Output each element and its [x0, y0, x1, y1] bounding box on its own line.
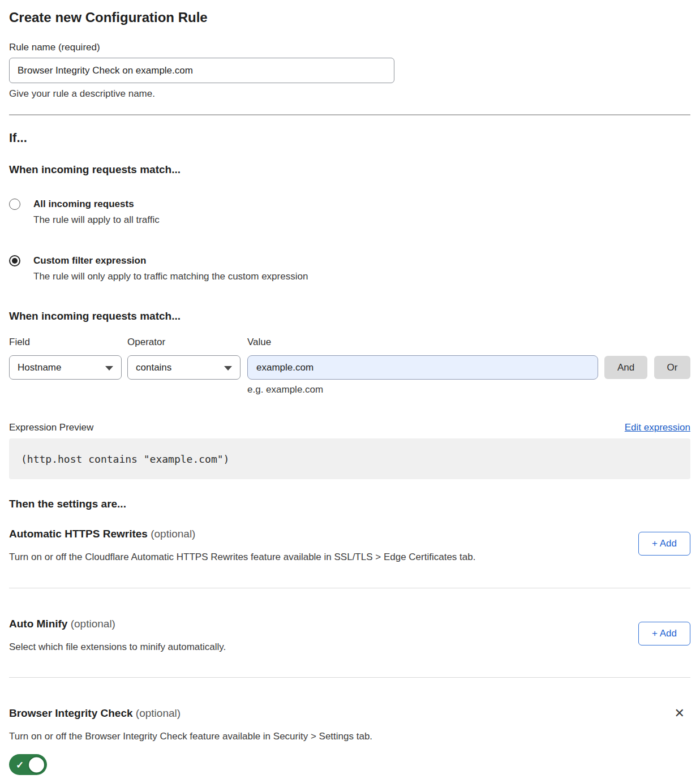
- setting-auto-minify: Auto Minify (optional) Select which file…: [9, 617, 690, 653]
- value-helper: e.g. example.com: [247, 384, 690, 396]
- setting-title: Auto Minify: [9, 618, 67, 630]
- radio-label: All incoming requests: [33, 198, 160, 210]
- radio-all-incoming-requests[interactable]: All incoming requests The rule will appl…: [9, 198, 690, 226]
- radio-description: The rule will only apply to traffic matc…: [33, 270, 308, 283]
- setting-divider: [9, 588, 690, 588]
- add-auto-minify-button[interactable]: + Add: [638, 622, 690, 645]
- expression-preview-box: (http.host contains "example.com"): [9, 438, 690, 479]
- edit-expression-link[interactable]: Edit expression: [625, 421, 690, 434]
- rule-name-helper: Give your rule a descriptive name.: [9, 88, 690, 100]
- setting-description: Turn on or off the Cloudflare Automatic …: [9, 551, 690, 563]
- field-label: Field: [9, 336, 127, 348]
- setting-heading: Browser Integrity Check (optional): [9, 707, 690, 720]
- radio-label: Custom filter expression: [33, 255, 308, 267]
- close-icon[interactable]: ✕: [675, 707, 685, 720]
- or-button[interactable]: Or: [654, 356, 690, 379]
- radio-icon[interactable]: [9, 199, 20, 210]
- setting-optional-tag: (optional): [136, 707, 181, 719]
- expression-preview-header: Expression Preview Edit expression: [9, 421, 690, 434]
- radio-icon[interactable]: [9, 255, 20, 266]
- expression-builder-heading: When incoming requests match...: [9, 309, 690, 323]
- create-configuration-rule-form: Create new Configuration Rule Rule name …: [0, 0, 700, 779]
- setting-automatic-https-rewrites: Automatic HTTPS Rewrites (optional) Turn…: [9, 527, 690, 563]
- expression-builder-row: Hostname contains And Or: [9, 355, 690, 380]
- if-heading: If...: [9, 130, 690, 146]
- builder-labels: Field Operator Value: [9, 336, 690, 348]
- radio-description: The rule will apply to all traffic: [33, 214, 160, 226]
- radio-texts: Custom filter expression The rule will o…: [33, 255, 308, 283]
- match-heading: When incoming requests match...: [9, 163, 690, 177]
- setting-heading: Automatic HTTPS Rewrites (optional): [9, 527, 690, 541]
- setting-optional-tag: (optional): [71, 618, 115, 630]
- value-label: Value: [247, 336, 271, 348]
- operator-select[interactable]: contains: [127, 355, 241, 380]
- then-heading: Then the settings are...: [9, 497, 690, 511]
- chevron-down-icon: [224, 366, 232, 371]
- section-divider: [9, 114, 690, 115]
- operator-label: Operator: [127, 336, 247, 348]
- rule-name-input[interactable]: [9, 58, 394, 83]
- setting-description: Turn on or off the Browser Integrity Che…: [9, 730, 690, 743]
- and-button[interactable]: And: [604, 356, 647, 379]
- field-select-value: Hostname: [18, 362, 61, 373]
- setting-description: Select which file extensions to minify a…: [9, 641, 690, 653]
- setting-title: Automatic HTTPS Rewrites: [9, 528, 148, 540]
- browser-integrity-toggle[interactable]: ✓: [9, 754, 47, 775]
- radio-texts: All incoming requests The rule will appl…: [33, 198, 160, 226]
- value-input[interactable]: [247, 355, 598, 380]
- rule-name-label: Rule name (required): [9, 41, 690, 54]
- expression-code: (http.host contains "example.com"): [21, 453, 229, 465]
- setting-title: Browser Integrity Check: [9, 707, 133, 719]
- operator-select-value: contains: [136, 362, 171, 373]
- check-icon: ✓: [16, 759, 24, 771]
- page-title: Create new Configuration Rule: [9, 9, 690, 26]
- setting-heading: Auto Minify (optional): [9, 617, 690, 631]
- setting-optional-tag: (optional): [151, 528, 195, 540]
- setting-browser-integrity-check: Browser Integrity Check (optional) ✕ Tur…: [9, 707, 690, 775]
- setting-divider: [9, 677, 690, 678]
- toggle-knob[interactable]: [28, 756, 45, 773]
- expression-preview-label: Expression Preview: [9, 421, 93, 434]
- field-select[interactable]: Hostname: [9, 355, 122, 380]
- radio-custom-filter-expression[interactable]: Custom filter expression The rule will o…: [9, 255, 690, 283]
- add-automatic-https-rewrites-button[interactable]: + Add: [638, 532, 690, 556]
- chevron-down-icon: [105, 366, 113, 371]
